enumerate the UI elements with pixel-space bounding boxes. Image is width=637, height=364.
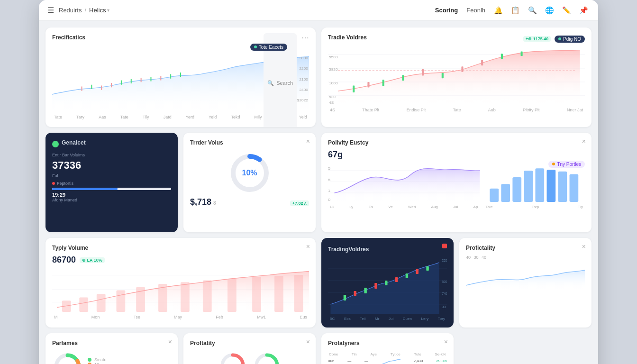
close-pollvity[interactable]: × — [582, 137, 586, 145]
svg-text:3000: 3000 — [299, 56, 308, 60]
pollvity-value: 67g — [328, 150, 585, 160]
genalcet-time: 19:29 — [52, 192, 171, 198]
svg-text:2200: 2200 — [299, 67, 308, 71]
svg-rect-79 — [374, 283, 377, 289]
pollvity-charts: 5 5 1 0 L1LyEsVe WedAugJulAp — [328, 162, 585, 209]
svg-text:$2022: $2022 — [297, 98, 308, 102]
search-icon[interactable]: 🔍 — [526, 4, 538, 17]
typly-chip: ⊕ LA 10% — [80, 257, 105, 263]
svg-rect-32 — [461, 66, 463, 72]
svg-text:740: 740 — [442, 291, 447, 296]
card-trrder-volus: Trrder Volus × 10% $,718 8 +7.02 A — [183, 133, 316, 232]
donut-pct: 10% — [242, 169, 257, 177]
nav-scoring[interactable]: Scoring — [435, 7, 458, 14]
genalcet-sub: Fal — [52, 173, 171, 178]
frecificatics-badge: Tote Eacets — [250, 44, 287, 51]
svg-text:5503: 5503 — [329, 55, 338, 59]
svg-text:1: 1 — [328, 190, 331, 193]
header-right: Scoring Feonlh 🔔 📋 🔍 🌐 ✏️ 📌 — [435, 4, 590, 17]
bell-icon[interactable]: 🔔 — [492, 4, 504, 17]
globe-icon[interactable]: 🌐 — [543, 4, 555, 17]
parfames-content: 11 Sieato 10 $1.7% $41% — [52, 351, 171, 364]
breadcrumb-separator: / — [84, 7, 86, 14]
table-row: 00n — — 2,430 29.3% — [328, 358, 447, 364]
more-button-frecificatics[interactable]: ⋯ — [301, 33, 309, 42]
parfames-legend: Sieato 10 $1.7% $41% — [88, 357, 171, 364]
svg-text:1000: 1000 — [329, 81, 338, 85]
svg-rect-78 — [364, 288, 366, 293]
proftatity-donuts: 2109 42 — [190, 351, 309, 364]
svg-rect-30 — [422, 69, 424, 75]
card-prof1-title: Profictality — [466, 245, 495, 251]
header-nav: Scoring Feonlh — [435, 7, 485, 14]
trade-chart: 5503 5820 1000 530 4S — [328, 46, 585, 105]
svg-rect-47 — [513, 177, 522, 202]
breadcrumb: Reduirts / Helics ▾ — [59, 7, 109, 14]
close-proftatity[interactable]: × — [306, 338, 310, 346]
trrder-chip: +7.02 A — [290, 200, 309, 206]
card-trade-voldres: Tradie Voldres +⊕ 1175.40 Pdig NO — [321, 27, 592, 127]
clipboard-icon[interactable]: 📋 — [509, 4, 521, 17]
close-prof1[interactable]: × — [582, 243, 586, 250]
trading-dark-x-labels: 5CEosTellMrJulCuenLeryTory — [328, 317, 447, 321]
close-typly[interactable]: × — [306, 243, 310, 250]
card-genalcet-title: Genalcet — [62, 139, 86, 146]
svg-text:5: 5 — [328, 178, 331, 182]
svg-text:5820: 5820 — [329, 67, 338, 72]
svg-text:5: 5 — [328, 167, 331, 170]
close-parfames[interactable]: × — [168, 338, 172, 346]
trrder-value: $,718 — [190, 197, 211, 207]
svg-rect-26 — [353, 86, 355, 92]
trading-dark-chart: 220 500 740 03 — [328, 257, 447, 314]
svg-rect-27 — [367, 82, 369, 88]
svg-rect-50 — [547, 170, 556, 202]
svg-text:2100: 2100 — [299, 77, 308, 81]
svg-rect-29 — [402, 75, 404, 81]
header-icons: 🔔 📋 🔍 🌐 ✏️ 📌 — [492, 4, 590, 17]
breadcrumb-home[interactable]: Reduirts — [59, 7, 82, 14]
card-frecificatics: Frecificatics 🔍 Search ⋯ Tote Eacets — [46, 27, 316, 127]
trrder-value-sup: 8 — [213, 200, 216, 206]
card-pollvity: Pollvity Eustcy × 67g — [321, 133, 592, 232]
svg-text:500: 500 — [442, 280, 447, 284]
typly-value: 86700 — [52, 255, 76, 265]
trade-value-chip: +⊕ 1175.40 — [523, 36, 551, 42]
svg-rect-31 — [442, 73, 444, 79]
card-typly-volume: Typly Volume × 86700 ⊕ LA 10% — [46, 238, 316, 328]
genalcet-rep-label: Feptortis — [57, 181, 73, 186]
svg-rect-33 — [481, 60, 483, 66]
red-chip-icon — [442, 244, 447, 248]
header: ☰ Reduirts / Helics ▾ Scoring Feonlh 🔔 📋… — [39, 0, 598, 21]
svg-text:4S: 4S — [329, 100, 334, 105]
card-proftatity: Proftatity × 2109 — [183, 333, 316, 364]
genalcet-progress-fill — [52, 188, 118, 190]
close-profatyners[interactable]: × — [444, 338, 448, 346]
pin-icon[interactable]: 📌 — [577, 4, 590, 17]
svg-rect-48 — [524, 171, 533, 202]
svg-text:03: 03 — [442, 305, 446, 309]
svg-text:2400: 2400 — [299, 88, 308, 91]
typly-x-labels: MMonTseMayFebMw1Eus — [52, 315, 309, 319]
trade-badge: Pdig NO — [555, 36, 585, 43]
parfames-donut — [52, 351, 83, 364]
search-icon-small: 🔍 — [267, 80, 274, 86]
nav-feonlh[interactable]: Feonlh — [466, 7, 485, 14]
edit-icon[interactable]: ✏️ — [560, 4, 573, 17]
svg-rect-49 — [536, 168, 545, 202]
trade-x-labels: 4SThate PltEndise PltTate AubPltrity Plt… — [328, 108, 585, 112]
svg-rect-52 — [570, 174, 579, 202]
sparkline1 — [382, 359, 400, 364]
prof1-chart — [466, 262, 585, 290]
genalcet-vol-label: Entir Bar Voluims — [52, 153, 171, 157]
breadcrumb-current: Helics ▾ — [89, 7, 109, 14]
donut-wrap-trrder: 10% — [190, 152, 309, 194]
svg-rect-80 — [385, 281, 387, 285]
dashboard-grid: Frecificatics 🔍 Search ⋯ Tote Eacets — [39, 21, 598, 364]
menu-icon[interactable]: ☰ — [47, 6, 54, 15]
typly-chart — [52, 267, 309, 312]
card-parfames-title: Parfames — [52, 340, 78, 346]
svg-rect-77 — [354, 291, 356, 296]
proftatity-donut1 — [218, 351, 247, 364]
svg-text:530: 530 — [329, 95, 336, 99]
close-trrder[interactable]: × — [306, 137, 310, 145]
